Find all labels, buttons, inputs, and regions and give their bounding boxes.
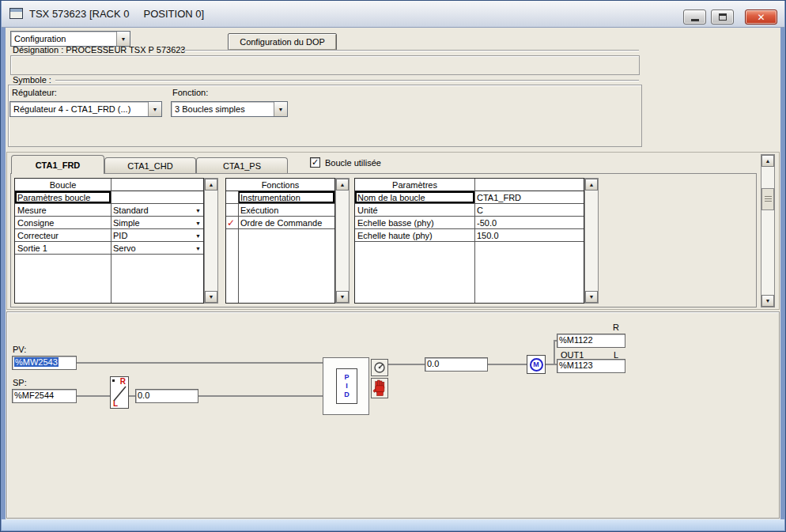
output-value: 0.0 — [427, 359, 439, 368]
row-label-cell[interactable]: Correcteur — [15, 229, 111, 241]
sp-value: %MF2544 — [14, 391, 54, 400]
row-label-cell[interactable]: Sortie 1 — [15, 242, 111, 254]
tab-cta1-chd[interactable]: CTA1_CHD — [104, 157, 196, 173]
regulateur-select[interactable]: Régulateur 4 - CTA1_FRD (...) ▼ — [9, 101, 162, 117]
fonctions-table: Fonctions Instrumentation Exécution ✓ Or… — [225, 178, 335, 304]
window-icon[interactable] — [9, 8, 23, 19]
row-value-cell[interactable]: Standard ▼ — [111, 204, 203, 216]
row-label: Instrumentation — [240, 193, 332, 202]
row-label-cell[interactable]: Echelle basse (phy) — [355, 217, 474, 228]
row-value-cell[interactable] — [111, 191, 203, 203]
fonction-select[interactable]: 3 Boucles simples ▼ — [171, 101, 288, 117]
window-title: TSX 573623 [RACK 0 POSITION 0] — [29, 8, 204, 20]
out-raise-input[interactable]: %M1122 — [557, 334, 625, 348]
scroll-up-button[interactable]: ▲ — [336, 179, 349, 191]
scroll-down-button[interactable]: ▼ — [336, 291, 349, 303]
fonctions-table-scrollbar[interactable]: ▲ ▼ — [335, 178, 350, 304]
manual-mode-button[interactable] — [371, 378, 388, 398]
parametres-table-scrollbar[interactable]: ▲ ▼ — [584, 178, 599, 304]
maximize-icon — [719, 13, 727, 21]
dropdown-icon[interactable]: ▼ — [194, 221, 201, 226]
out-lower-input[interactable]: %M1123 — [557, 359, 625, 373]
row-label: Unité — [357, 206, 472, 215]
maximize-button[interactable] — [711, 9, 734, 25]
output-value-input[interactable]: 0.0 — [425, 357, 488, 372]
boucle-utilisee-label[interactable]: Boucle utilisée — [325, 158, 381, 168]
row-label-cell[interactable]: Paramètres boucle — [15, 191, 111, 203]
remote-local-switch-block[interactable]: R L — [110, 376, 129, 409]
minimize-button[interactable] — [683, 9, 706, 25]
row-label-cell[interactable]: Ordre de Commande — [238, 217, 334, 228]
check-cell[interactable] — [226, 191, 238, 203]
row-value-cell[interactable]: PID ▼ — [111, 229, 203, 241]
dropdown-button[interactable]: ▼ — [148, 102, 161, 116]
dropdown-button[interactable]: ▼ — [116, 32, 130, 46]
row-label-cell[interactable]: Nom de la boucle — [355, 191, 474, 203]
scroll-up-button[interactable]: ▲ — [585, 179, 598, 191]
row-label-cell[interactable]: Echelle haute (phy) — [355, 229, 474, 241]
check-cell[interactable]: ✓ — [226, 217, 238, 228]
scroll-track[interactable] — [205, 191, 217, 291]
row-label-cell[interactable]: Instrumentation — [238, 191, 334, 203]
row-value-cell[interactable]: Servo ▼ — [111, 242, 203, 254]
connection-line — [388, 364, 425, 365]
dropdown-icon[interactable]: ▼ — [194, 233, 201, 239]
section-scrollbar[interactable]: ▲ ▼ — [761, 154, 775, 308]
row-label-cell[interactable]: Consigne — [15, 217, 111, 228]
dropdown-icon[interactable]: ▼ — [194, 246, 201, 251]
chevron-down-icon: ▼ — [153, 107, 158, 112]
row-value-cell[interactable]: -50.0 — [474, 217, 584, 228]
row-value-cell[interactable]: Simple ▼ — [111, 217, 203, 228]
dropdown-icon[interactable]: ▼ — [194, 208, 201, 213]
column-divider — [111, 179, 111, 303]
close-icon: ✕ — [757, 12, 765, 23]
close-button[interactable]: ✕ — [745, 9, 777, 25]
boucle-table-scrollbar[interactable]: ▲ ▼ — [204, 178, 218, 304]
scroll-down-button[interactable]: ▼ — [761, 295, 774, 307]
arrow-up-icon: ▲ — [589, 182, 595, 187]
scroll-track[interactable] — [761, 167, 774, 295]
table-row: Mesure Standard ▼ — [15, 204, 203, 217]
row-label-cell[interactable]: Exécution — [238, 204, 334, 216]
table-header-row: Paramètres — [355, 179, 584, 191]
row-value-cell[interactable]: 150.0 — [474, 229, 584, 241]
fonction-value: 3 Boucles simples — [172, 104, 274, 114]
chevron-down-icon: ▼ — [278, 107, 284, 112]
check-cell[interactable] — [226, 204, 238, 216]
servo-motor-block[interactable]: M — [527, 355, 546, 374]
scroll-up-button[interactable]: ▲ — [205, 179, 217, 191]
row-label-cell[interactable]: Unité — [355, 204, 474, 216]
designation-label: Désignation : PROCESSEUR TSX P 573623 — [13, 45, 186, 55]
auto-mode-button[interactable] — [371, 359, 388, 376]
sp-input[interactable]: %MF2544 — [12, 389, 77, 403]
config-dop-button[interactable]: Configuration du DOP — [228, 33, 337, 51]
table-header-row: Fonctions — [226, 179, 334, 191]
dropdown-button[interactable]: ▼ — [274, 102, 287, 116]
boucle-utilisee-checkbox[interactable]: ✓ — [310, 157, 320, 168]
row-label: Sortie 1 — [17, 243, 108, 253]
row-value-cell[interactable]: C — [474, 204, 584, 216]
row-label: Nom de la boucle — [357, 193, 472, 202]
pid-icon: P I D — [336, 368, 357, 404]
row-label-cell[interactable]: Mesure — [15, 204, 111, 216]
pv-input[interactable]: %MW2543 — [12, 356, 77, 370]
pid-block[interactable]: P I D — [323, 357, 369, 415]
tab-cta1-frd[interactable]: CTA1_FRD — [11, 155, 104, 174]
scroll-down-button[interactable]: ▼ — [585, 291, 598, 303]
scroll-track[interactable] — [336, 191, 349, 291]
table-row: Sortie 1 Servo ▼ — [15, 242, 203, 255]
scroll-thumb[interactable] — [761, 188, 774, 210]
sp-ratio-value: 0.0 — [138, 391, 149, 400]
grip-icon — [765, 196, 772, 203]
out-lower-value: %M1123 — [559, 360, 593, 370]
row-value-cell[interactable]: CTA1_FRD — [474, 191, 584, 203]
scroll-down-button[interactable]: ▼ — [205, 291, 217, 303]
scroll-up-button[interactable]: ▲ — [761, 155, 774, 167]
connection-line — [77, 395, 110, 397]
scroll-track[interactable] — [585, 191, 598, 291]
table-header-row: Boucle — [15, 179, 203, 191]
sp-ratio-input[interactable]: 0.0 — [135, 389, 198, 403]
config-mode-select[interactable]: Configuration ▼ — [10, 31, 130, 47]
tab-cta1-ps[interactable]: CTA1_PS — [196, 157, 288, 173]
row-value: Standard — [113, 206, 194, 215]
